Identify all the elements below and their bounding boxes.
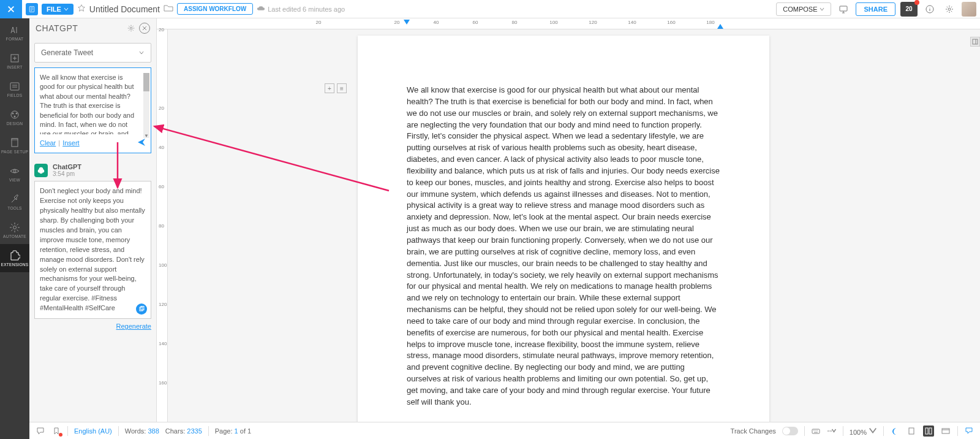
sidebar-item-extensions[interactable]: EXTENSIONS: [0, 244, 29, 272]
fit-width-icon[interactable]: [827, 426, 837, 436]
user-avatar[interactable]: [962, 2, 976, 17]
file-label: FILE: [47, 6, 61, 13]
topbar: FILE Untitled Document ASSIGN WORKFLOW L…: [0, 0, 980, 18]
regenerate-link[interactable]: Regenerate: [29, 323, 151, 330]
sidebar-item-view[interactable]: VIEW: [0, 159, 29, 188]
sidebar-item-design[interactable]: DESIGN: [0, 103, 29, 131]
send-icon[interactable]: [137, 138, 146, 148]
close-app-button[interactable]: [0, 0, 22, 18]
chat-message-header: ChatGPT 3:54 pm: [34, 163, 151, 177]
svg-rect-19: [909, 428, 914, 434]
chatgpt-avatar-icon: [34, 164, 48, 177]
track-changes-toggle[interactable]: [782, 427, 798, 435]
horizontal-ruler[interactable]: 2020406080100120140160180: [157, 18, 980, 29]
sidebar-item-fields[interactable]: FIELDS: [0, 75, 29, 103]
dark-mode-icon[interactable]: [890, 426, 900, 436]
sidebar-item-format[interactable]: FORMAT: [0, 18, 29, 47]
file-menu-button[interactable]: FILE: [42, 4, 74, 15]
chat-icon[interactable]: [964, 426, 974, 436]
chat-timestamp: 3:54 pm: [53, 170, 81, 177]
sidebar-item-automate[interactable]: AUTOMATE: [0, 216, 29, 244]
notif-dot-icon: [914, 0, 919, 5]
sidebar-item-tools[interactable]: TOOLS: [0, 188, 29, 216]
document-body-text[interactable]: We all know that exercise is good for ou…: [407, 85, 720, 408]
svg-point-3: [948, 8, 951, 10]
view-single-page-icon[interactable]: [906, 426, 917, 437]
chatgpt-panel: CHATGPT Generate Tweet We all know that …: [29, 18, 157, 422]
folder-icon[interactable]: [164, 4, 173, 14]
prompt-input-box[interactable]: We all know that exercise is good for ou…: [34, 67, 151, 153]
panel-title: CHATGPT: [36, 23, 78, 33]
cloud-icon: [257, 6, 265, 13]
comments-icon[interactable]: [36, 426, 45, 436]
prompt-input-text[interactable]: We all know that exercise is good for ou…: [40, 73, 146, 134]
track-changes-label: Track Changes: [731, 427, 776, 435]
language-selector[interactable]: English (AU): [74, 427, 112, 435]
sidebar-item-insert[interactable]: INSERT: [0, 47, 29, 75]
share-button[interactable]: SHARE: [856, 2, 895, 16]
svg-rect-11: [12, 139, 18, 140]
status-bar: English (AU) Words: 388 Chars: 2335 Page…: [29, 422, 980, 439]
svg-point-14: [130, 27, 132, 29]
svg-point-8: [16, 113, 17, 114]
svg-rect-1: [840, 6, 847, 11]
settings-gear-icon[interactable]: [942, 2, 957, 17]
page-indicator: Page: 1 of 1: [215, 427, 251, 435]
paragraph-options-icon[interactable]: ≡: [337, 83, 347, 93]
svg-rect-21: [929, 428, 932, 434]
svg-point-13: [13, 226, 17, 229]
svg-point-9: [14, 116, 15, 117]
char-count: Chars: 2335: [165, 427, 202, 435]
prompt-template-dropdown[interactable]: Generate Tweet: [34, 43, 151, 63]
bookmark-icon[interactable]: [51, 426, 61, 436]
view-web-icon[interactable]: [940, 426, 951, 437]
svg-rect-18: [812, 429, 820, 433]
document-area: ▶ 2020406080100120140160180 202040608010…: [157, 18, 980, 422]
sidebar-item-page-setup[interactable]: PAGE SETUP: [0, 131, 29, 159]
insert-link[interactable]: Insert: [62, 139, 80, 147]
right-panel-toggle[interactable]: [970, 37, 980, 47]
svg-rect-20: [925, 428, 928, 434]
document-page: + ≡ We all know that exercise is good fo…: [358, 36, 769, 434]
zoom-selector[interactable]: 100%: [850, 426, 877, 436]
assign-workflow-button[interactable]: ASSIGN WORKFLOW: [177, 3, 253, 15]
info-icon[interactable]: [922, 2, 937, 17]
panel-settings-gear-icon[interactable]: [126, 23, 137, 34]
present-icon[interactable]: [836, 2, 851, 17]
add-block-icon[interactable]: +: [325, 83, 334, 93]
keyboard-icon[interactable]: [811, 426, 821, 436]
view-multi-page-icon[interactable]: [923, 426, 934, 437]
topbar-left: FILE Untitled Document ASSIGN WORKFLOW L…: [26, 3, 345, 15]
compose-button[interactable]: COMPOSE: [776, 2, 831, 16]
panel-close-icon[interactable]: [139, 23, 150, 34]
document-icon: [26, 3, 38, 15]
svg-rect-22: [942, 429, 949, 433]
svg-rect-17: [973, 39, 978, 44]
clear-link[interactable]: Clear: [40, 139, 56, 147]
copy-response-icon[interactable]: [136, 303, 147, 315]
left-sidebar: FORMAT INSERT FIELDS DESIGN PAGE SETUP V…: [0, 18, 29, 439]
chat-response-body: Don't neglect your body and mind! Exerci…: [34, 181, 151, 319]
vertical-ruler[interactable]: 2020406080100120140160: [157, 29, 168, 422]
input-scrollbar[interactable]: ▲ ▼: [143, 73, 149, 138]
svg-rect-5: [10, 83, 19, 90]
panel-header: CHATGPT: [29, 18, 156, 38]
document-title[interactable]: Untitled Document: [89, 4, 160, 14]
word-count: Words: 388: [125, 427, 159, 435]
svg-point-7: [12, 113, 13, 114]
svg-point-12: [13, 170, 16, 172]
favorite-star-icon[interactable]: [77, 4, 86, 14]
last-edited-text: Last edited 6 minutes ago: [257, 6, 345, 13]
topbar-right: COMPOSE SHARE 20: [776, 2, 976, 17]
notif-badge[interactable]: 20: [900, 2, 918, 17]
chat-sender-name: ChatGPT: [53, 163, 81, 170]
